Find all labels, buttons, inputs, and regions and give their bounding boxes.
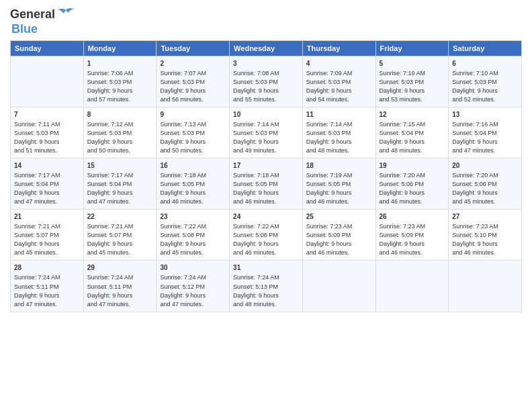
cell-info: Sunrise: 7:06 AM Sunset: 5:03 PM Dayligh… — [87, 69, 153, 104]
cell-info: Sunrise: 7:07 AM Sunset: 5:03 PM Dayligh… — [160, 69, 226, 104]
day-number: 10 — [233, 110, 299, 120]
day-number: 7 — [14, 110, 80, 120]
week-row-4: 21Sunrise: 7:21 AM Sunset: 5:07 PM Dayli… — [11, 210, 522, 261]
calendar-cell: 17Sunrise: 7:18 AM Sunset: 5:05 PM Dayli… — [230, 158, 303, 210]
day-number: 28 — [14, 263, 80, 273]
calendar-cell: 1Sunrise: 7:06 AM Sunset: 5:03 PM Daylig… — [83, 56, 157, 107]
cell-info: Sunrise: 7:18 AM Sunset: 5:05 PM Dayligh… — [233, 171, 299, 206]
page: General Blue SundayMonda — [0, 0, 532, 411]
calendar-cell: 22Sunrise: 7:21 AM Sunset: 5:07 PM Dayli… — [83, 210, 157, 261]
cell-info: Sunrise: 7:13 AM Sunset: 5:03 PM Dayligh… — [160, 120, 226, 155]
day-number: 2 — [160, 59, 226, 68]
calendar-cell: 2Sunrise: 7:07 AM Sunset: 5:03 PM Daylig… — [157, 56, 230, 107]
calendar-cell: 21Sunrise: 7:21 AM Sunset: 5:07 PM Dayli… — [11, 210, 84, 261]
cell-info: Sunrise: 7:23 AM Sunset: 5:09 PM Dayligh… — [380, 222, 445, 257]
calendar-cell: 18Sunrise: 7:19 AM Sunset: 5:05 PM Dayli… — [302, 158, 375, 210]
calendar-cell — [449, 261, 522, 312]
day-number: 23 — [160, 212, 226, 222]
cell-info: Sunrise: 7:08 AM Sunset: 5:03 PM Dayligh… — [233, 69, 299, 104]
cell-info: Sunrise: 7:14 AM Sunset: 5:03 PM Dayligh… — [233, 120, 299, 155]
col-header-tuesday: Tuesday — [157, 40, 230, 56]
cell-info: Sunrise: 7:20 AM Sunset: 5:06 PM Dayligh… — [380, 171, 445, 206]
day-number: 18 — [306, 161, 372, 171]
cell-info: Sunrise: 7:09 AM Sunset: 5:03 PM Dayligh… — [306, 69, 372, 104]
day-number: 15 — [87, 161, 153, 171]
cell-info: Sunrise: 7:22 AM Sunset: 5:08 PM Dayligh… — [160, 222, 226, 257]
day-number: 20 — [452, 161, 518, 171]
day-number: 24 — [233, 212, 299, 222]
col-header-saturday: Saturday — [449, 40, 522, 56]
cell-info: Sunrise: 7:15 AM Sunset: 5:04 PM Dayligh… — [380, 120, 445, 155]
calendar-cell — [11, 56, 84, 107]
week-row-2: 7Sunrise: 7:11 AM Sunset: 5:03 PM Daylig… — [11, 107, 522, 158]
day-number: 19 — [380, 161, 445, 171]
day-number: 11 — [306, 110, 372, 120]
calendar-cell: 11Sunrise: 7:14 AM Sunset: 5:03 PM Dayli… — [302, 107, 375, 158]
calendar-cell: 20Sunrise: 7:20 AM Sunset: 5:06 PM Dayli… — [449, 158, 522, 210]
cell-info: Sunrise: 7:20 AM Sunset: 5:06 PM Dayligh… — [452, 171, 518, 206]
cell-info: Sunrise: 7:22 AM Sunset: 5:08 PM Dayligh… — [233, 222, 299, 257]
calendar-cell: 13Sunrise: 7:16 AM Sunset: 5:04 PM Dayli… — [449, 107, 522, 158]
col-header-sunday: Sunday — [11, 40, 84, 56]
calendar-cell: 5Sunrise: 7:10 AM Sunset: 5:03 PM Daylig… — [375, 56, 449, 107]
calendar-cell: 15Sunrise: 7:17 AM Sunset: 5:04 PM Dayli… — [83, 158, 157, 210]
calendar-cell — [375, 261, 449, 312]
logo: General Blue — [10, 7, 75, 36]
cell-info: Sunrise: 7:16 AM Sunset: 5:04 PM Dayligh… — [452, 120, 518, 155]
calendar-cell: 6Sunrise: 7:10 AM Sunset: 5:03 PM Daylig… — [449, 56, 522, 107]
calendar-cell: 16Sunrise: 7:18 AM Sunset: 5:05 PM Dayli… — [157, 158, 230, 210]
calendar-cell: 8Sunrise: 7:12 AM Sunset: 5:03 PM Daylig… — [83, 107, 157, 158]
calendar-cell: 27Sunrise: 7:23 AM Sunset: 5:10 PM Dayli… — [449, 210, 522, 261]
cell-info: Sunrise: 7:17 AM Sunset: 5:04 PM Dayligh… — [14, 171, 80, 206]
day-number: 31 — [233, 263, 299, 273]
day-number: 12 — [380, 110, 445, 120]
calendar-table: SundayMondayTuesdayWednesdayThursdayFrid… — [10, 40, 522, 312]
calendar-cell: 23Sunrise: 7:22 AM Sunset: 5:08 PM Dayli… — [157, 210, 230, 261]
day-number: 1 — [87, 59, 153, 68]
day-number: 9 — [160, 110, 226, 120]
col-header-thursday: Thursday — [302, 40, 375, 56]
cell-info: Sunrise: 7:21 AM Sunset: 5:07 PM Dayligh… — [14, 222, 80, 257]
cell-info: Sunrise: 7:23 AM Sunset: 5:09 PM Dayligh… — [306, 222, 372, 257]
day-number: 13 — [452, 110, 518, 120]
day-number: 17 — [233, 161, 299, 171]
day-number: 27 — [452, 212, 518, 222]
calendar-cell: 25Sunrise: 7:23 AM Sunset: 5:09 PM Dayli… — [302, 210, 375, 261]
cell-info: Sunrise: 7:24 AM Sunset: 5:12 PM Dayligh… — [160, 273, 226, 308]
day-number: 22 — [87, 212, 153, 222]
col-header-wednesday: Wednesday — [230, 40, 303, 56]
cell-info: Sunrise: 7:10 AM Sunset: 5:03 PM Dayligh… — [380, 69, 445, 104]
cell-info: Sunrise: 7:24 AM Sunset: 5:11 PM Dayligh… — [87, 273, 153, 308]
col-header-monday: Monday — [83, 40, 157, 56]
day-number: 6 — [452, 59, 518, 68]
cell-info: Sunrise: 7:17 AM Sunset: 5:04 PM Dayligh… — [87, 171, 153, 206]
calendar-cell: 28Sunrise: 7:24 AM Sunset: 5:11 PM Dayli… — [11, 261, 84, 312]
calendar-cell: 9Sunrise: 7:13 AM Sunset: 5:03 PM Daylig… — [157, 107, 230, 158]
day-number: 21 — [14, 212, 80, 222]
calendar-cell: 14Sunrise: 7:17 AM Sunset: 5:04 PM Dayli… — [11, 158, 84, 210]
calendar-cell: 3Sunrise: 7:08 AM Sunset: 5:03 PM Daylig… — [230, 56, 303, 107]
header: General Blue — [10, 7, 522, 36]
cell-info: Sunrise: 7:11 AM Sunset: 5:03 PM Dayligh… — [14, 120, 80, 155]
calendar-cell: 24Sunrise: 7:22 AM Sunset: 5:08 PM Dayli… — [230, 210, 303, 261]
day-number: 29 — [87, 263, 153, 273]
cell-info: Sunrise: 7:24 AM Sunset: 5:11 PM Dayligh… — [14, 273, 80, 308]
day-number: 25 — [306, 212, 372, 222]
day-number: 26 — [380, 212, 445, 222]
week-row-3: 14Sunrise: 7:17 AM Sunset: 5:04 PM Dayli… — [11, 158, 522, 210]
logo-bird-icon — [56, 7, 75, 22]
calendar-cell — [302, 261, 375, 312]
cell-info: Sunrise: 7:12 AM Sunset: 5:03 PM Dayligh… — [87, 120, 153, 155]
cell-info: Sunrise: 7:18 AM Sunset: 5:05 PM Dayligh… — [160, 171, 226, 206]
calendar-cell: 12Sunrise: 7:15 AM Sunset: 5:04 PM Dayli… — [375, 107, 449, 158]
calendar-cell: 31Sunrise: 7:24 AM Sunset: 5:13 PM Dayli… — [230, 261, 303, 312]
day-number: 16 — [160, 161, 226, 171]
calendar-cell: 26Sunrise: 7:23 AM Sunset: 5:09 PM Dayli… — [375, 210, 449, 261]
week-row-5: 28Sunrise: 7:24 AM Sunset: 5:11 PM Dayli… — [11, 261, 522, 312]
day-number: 4 — [306, 59, 372, 68]
calendar-cell: 19Sunrise: 7:20 AM Sunset: 5:06 PM Dayli… — [375, 158, 449, 210]
week-row-1: 1Sunrise: 7:06 AM Sunset: 5:03 PM Daylig… — [11, 56, 522, 107]
header-row: SundayMondayTuesdayWednesdayThursdayFrid… — [11, 40, 522, 56]
day-number: 30 — [160, 263, 226, 273]
cell-info: Sunrise: 7:14 AM Sunset: 5:03 PM Dayligh… — [306, 120, 372, 155]
